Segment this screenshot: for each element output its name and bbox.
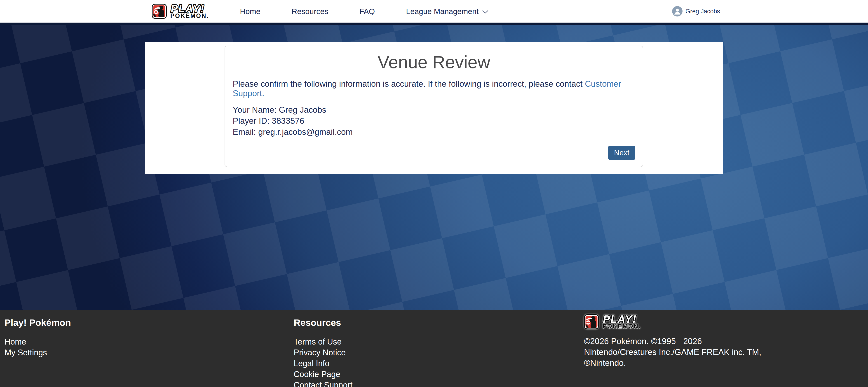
user-menu[interactable]: Greg Jacobs (672, 0, 720, 23)
play-pokemon-wordmark: PLAY! POKÉMON. (601, 314, 658, 329)
footer-column-resources: Resources Terms of Use Privacy Notice Le… (294, 318, 352, 387)
intro-paragraph: Please confirm the following information… (233, 79, 635, 98)
intro-text: Please confirm the following information… (233, 79, 585, 89)
footer-link-my-settings[interactable]: My Settings (4, 347, 71, 358)
page-title: Venue Review (225, 52, 643, 72)
nav-resources[interactable]: Resources (292, 7, 329, 16)
footer-link-legal-info[interactable]: Legal Info (294, 358, 352, 369)
footer-column-play-pokemon: Play! Pokémon Home My Settings (4, 318, 71, 358)
footer-link-terms-of-use[interactable]: Terms of Use (294, 336, 352, 347)
top-navbar: PLAY! POKÉMON. Home Resources FAQ League… (0, 0, 868, 25)
next-button[interactable]: Next (608, 146, 635, 160)
copyright-line-3: ®Nintendo. (584, 358, 762, 368)
copyright-line-2: Nintendo/Creatures Inc./GAME FREAK inc. … (584, 347, 762, 358)
detail-your-name: Your Name: Greg Jacobs (233, 104, 635, 116)
play-pokemon-logo[interactable]: PLAY! POKÉMON. (152, 4, 226, 19)
site-footer: Play! Pokémon Home My Settings Resources… (0, 310, 868, 387)
footer-link-privacy-notice[interactable]: Privacy Notice (294, 347, 352, 358)
copyright-text: ©2026 Pokémon. ©1995 - 2026 Nintendo/Cre… (584, 336, 762, 368)
play-pokemon-emblem-icon (152, 4, 167, 19)
user-avatar-icon (672, 6, 683, 17)
intro-suffix: . (262, 89, 264, 98)
nav-faq[interactable]: FAQ (360, 7, 375, 16)
logo-pokemon-text: POKÉMON. (602, 323, 641, 329)
detail-player-id: Player ID: 3833576 (233, 116, 635, 126)
user-name: Greg Jacobs (685, 8, 720, 15)
footer-heading-play-pokemon: Play! Pokémon (4, 318, 71, 328)
chevron-down-icon (482, 7, 489, 13)
footer-link-contact-support[interactable]: Contact Support (294, 380, 352, 387)
footer-heading-resources: Resources (294, 318, 352, 328)
content-panel: Venue Review Please confirm the followin… (145, 42, 723, 174)
nav-home[interactable]: Home (240, 7, 260, 16)
footer-link-cookie-page[interactable]: Cookie Page (294, 369, 352, 380)
nav-league-management-label: League Management (406, 7, 478, 16)
logo-pokemon-text: POKÉMON. (170, 12, 209, 19)
footer-column-brand: PLAY! POKÉMON. ©2026 Pokémon. ©1995 - 20… (584, 314, 762, 368)
detail-email: Email: greg.r.jacobs@gmail.com (233, 126, 635, 137)
nav-league-management[interactable]: League Management (406, 7, 487, 16)
play-pokemon-wordmark: PLAY! POKÉMON. (169, 4, 226, 19)
card-footer: Next (225, 139, 643, 167)
player-details: Your Name: Greg Jacobs Player ID: 383357… (233, 104, 635, 137)
footer-play-pokemon-logo: PLAY! POKÉMON. (584, 314, 762, 329)
venue-review-card: Venue Review Please confirm the followin… (224, 45, 643, 167)
play-pokemon-emblem-icon (584, 314, 599, 329)
checkered-background: Venue Review Please confirm the followin… (0, 25, 868, 310)
copyright-line-1: ©2026 Pokémon. ©1995 - 2026 (584, 336, 762, 347)
footer-link-home[interactable]: Home (4, 336, 71, 347)
primary-nav: Home Resources FAQ League Management (240, 0, 488, 23)
